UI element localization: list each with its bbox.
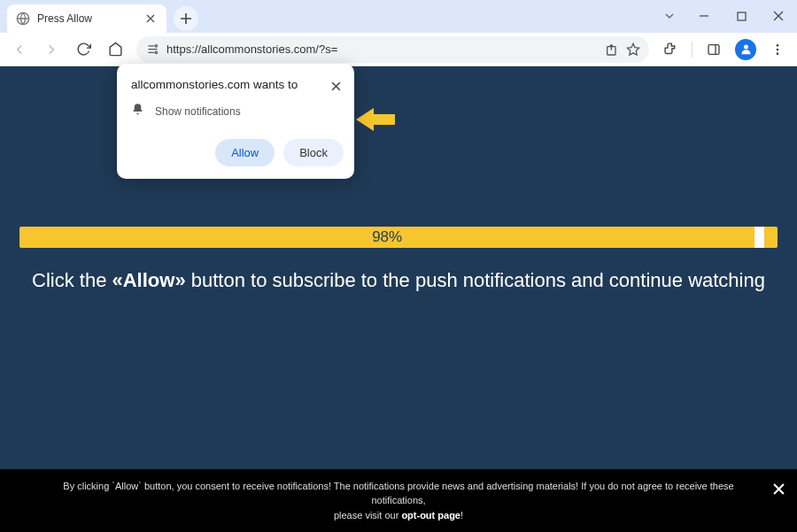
- browser-tab[interactable]: Press Allow: [7, 4, 166, 33]
- progress-text: 98%: [372, 228, 402, 246]
- svg-point-2: [155, 45, 158, 48]
- svg-point-9: [777, 48, 779, 50]
- extensions-button[interactable]: [656, 35, 685, 64]
- svg-marker-11: [356, 108, 395, 131]
- svg-point-3: [155, 51, 158, 54]
- bookmark-star-icon[interactable]: [626, 42, 640, 57]
- avatar-icon: [735, 39, 756, 60]
- tab-close-icon[interactable]: [143, 12, 158, 26]
- window-minimize-button[interactable]: [685, 4, 723, 28]
- nav-home-button[interactable]: [101, 35, 129, 64]
- nav-reload-button[interactable]: [69, 35, 97, 64]
- consent-text-1: By clicking `Allow` button, you consent …: [63, 481, 733, 506]
- share-icon[interactable]: [605, 42, 619, 57]
- consent-footer: By clicking `Allow` button, you consent …: [0, 469, 797, 533]
- notification-permission-popup: allcommonstories.com wants to Show notif…: [117, 64, 354, 179]
- instruction-text: Click the «Allow» button to subscribe to…: [0, 269, 797, 292]
- site-settings-icon[interactable]: [145, 42, 159, 57]
- profile-button[interactable]: [731, 35, 760, 64]
- tab-title: Press Allow: [37, 12, 136, 25]
- svg-point-7: [744, 45, 748, 50]
- opt-out-link[interactable]: opt-out page: [401, 510, 460, 520]
- nav-back-button[interactable]: [5, 35, 34, 64]
- instruction-quoted: «Allow»: [112, 269, 186, 291]
- browser-title-bar: Press Allow: [0, 0, 797, 33]
- consent-text-2-suffix: !: [460, 510, 463, 520]
- bell-icon: [131, 103, 144, 120]
- tab-strip: Press Allow: [0, 0, 198, 33]
- svg-marker-5: [627, 43, 638, 55]
- chevron-down-icon[interactable]: [654, 4, 685, 28]
- consent-text-2-prefix: please visit our: [334, 510, 401, 520]
- globe-icon: [16, 12, 30, 26]
- side-panel-button[interactable]: [700, 35, 728, 64]
- nav-forward-button[interactable]: [37, 35, 66, 64]
- allow-button[interactable]: Allow: [215, 139, 275, 166]
- toolbar-divider: [692, 42, 693, 58]
- window-controls: [654, 0, 797, 33]
- svg-point-8: [777, 44, 779, 47]
- svg-rect-1: [738, 12, 746, 20]
- progress-bar: 98%: [19, 227, 778, 248]
- window-maximize-button[interactable]: [723, 4, 760, 28]
- popup-close-icon[interactable]: [328, 78, 344, 94]
- browser-toolbar: https://allcommonstories.com/?s=: [0, 33, 797, 66]
- popup-capability-label: Show notifications: [155, 105, 241, 118]
- svg-point-10: [777, 52, 779, 55]
- window-close-button[interactable]: [760, 4, 797, 28]
- new-tab-button[interactable]: [174, 6, 198, 31]
- svg-rect-6: [708, 44, 719, 54]
- url-bar[interactable]: https://allcommonstories.com/?s=: [136, 36, 649, 63]
- block-button[interactable]: Block: [283, 139, 344, 166]
- consent-close-button[interactable]: [773, 478, 785, 502]
- progress-fill: 98%: [19, 227, 754, 248]
- url-text: https://allcommonstories.com/?s=: [166, 42, 337, 56]
- arrow-indicator-icon: [356, 108, 395, 135]
- menu-button[interactable]: [763, 35, 792, 64]
- popup-origin-text: allcommonstories.com wants to: [131, 78, 298, 91]
